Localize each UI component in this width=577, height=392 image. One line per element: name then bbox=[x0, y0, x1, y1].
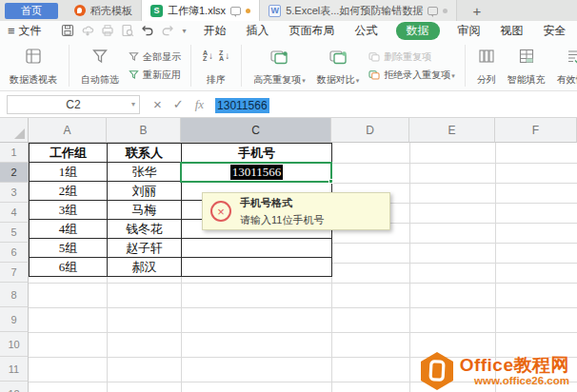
docer-template-tab[interactable]: 稻壳模板 bbox=[66, 0, 142, 21]
workbook-tab-label: 工作簿1.xlsx bbox=[168, 4, 226, 18]
highlight-duplicates-label: 高亮重复项▾ bbox=[253, 73, 306, 87]
error-icon: × bbox=[210, 201, 231, 222]
menu-bar: ≡ 文件 ▾ 开始 插入 页面布局 公式 数据 审阅 视图 安全 开发工具 特色… bbox=[0, 21, 577, 40]
docer-tab-label: 稻壳模板 bbox=[90, 4, 132, 18]
sort-button[interactable]: AZ↓ ZA↓ 排序 bbox=[197, 43, 235, 88]
document-tab[interactable]: W 5.Excel表...如何预防输错数据 bbox=[259, 0, 457, 21]
cell-B2[interactable]: 张华 bbox=[108, 163, 182, 182]
row-header-8[interactable]: 8 bbox=[0, 283, 29, 307]
new-tab-button[interactable]: + bbox=[472, 3, 481, 19]
file-menu[interactable]: 文件 bbox=[19, 23, 42, 39]
workbook-tab[interactable]: S 工作簿1.xlsx bbox=[142, 0, 259, 21]
pivot-table-button[interactable]: 数据透视表 bbox=[4, 43, 63, 88]
menu-item-insert[interactable]: 插入 bbox=[245, 22, 271, 40]
column-headers: A B C D E F bbox=[29, 118, 577, 143]
quick-access-caret-icon[interactable]: ▾ bbox=[183, 27, 187, 35]
menu-item-page-layout[interactable]: 页面布局 bbox=[288, 22, 337, 40]
undo-icon[interactable] bbox=[141, 24, 154, 37]
menu-item-data[interactable]: 数据 bbox=[396, 22, 440, 40]
sort-asc-icon[interactable]: AZ↓ bbox=[203, 50, 213, 62]
sort-desc-icon[interactable]: ZA↓ bbox=[219, 50, 229, 62]
watermark-url: www.office26.com bbox=[460, 375, 569, 386]
save-icon[interactable] bbox=[61, 24, 74, 37]
row-header-1[interactable]: 1 bbox=[0, 143, 29, 163]
cancel-entry-icon[interactable]: × bbox=[153, 96, 162, 112]
cell-A5[interactable]: 4组 bbox=[30, 220, 108, 239]
row-header-5[interactable]: 5 bbox=[0, 223, 29, 243]
hamburger-icon[interactable]: ≡ bbox=[8, 24, 15, 38]
cell-B3[interactable]: 刘丽 bbox=[108, 182, 182, 201]
column-header-F[interactable]: F bbox=[495, 118, 577, 143]
row-header-7[interactable]: 7 bbox=[0, 263, 29, 283]
delete-duplicates-button[interactable]: 删除重复项 bbox=[368, 50, 455, 64]
cell-C2[interactable]: 13011566 bbox=[182, 163, 332, 182]
validation-label: 有效性▾ bbox=[557, 73, 577, 87]
row-header-11[interactable]: 11 bbox=[0, 357, 29, 382]
smart-fill-button[interactable]: 智能填充 bbox=[502, 43, 551, 88]
text-to-columns-button[interactable]: 分列 bbox=[471, 43, 502, 88]
cell-B6[interactable]: 赵子轩 bbox=[108, 239, 182, 258]
row-header-9[interactable]: 9 bbox=[0, 307, 29, 332]
menu-item-formulas[interactable]: 公式 bbox=[353, 22, 380, 40]
select-all-corner[interactable] bbox=[0, 118, 29, 143]
row-header-6[interactable]: 6 bbox=[0, 243, 29, 263]
name-box[interactable]: C2 ▾ bbox=[7, 95, 140, 114]
reapply-label: 重新应用 bbox=[143, 69, 181, 82]
text-to-columns-label: 分列 bbox=[477, 73, 496, 87]
cell-A7[interactable]: 6组 bbox=[30, 258, 108, 277]
column-header-E[interactable]: E bbox=[409, 118, 495, 143]
row-header-3[interactable]: 3 bbox=[0, 183, 29, 203]
data-compare-button[interactable]: 数据对比▾ bbox=[311, 43, 366, 88]
row-header-12[interactable]: 12 bbox=[0, 382, 29, 392]
comment-icon[interactable] bbox=[428, 7, 438, 15]
cell-C6[interactable] bbox=[182, 239, 332, 258]
reject-duplicates-button[interactable]: 拒绝录入重复项▾ bbox=[368, 69, 455, 82]
highlight-duplicates-button[interactable]: 高亮重复项▾ bbox=[248, 43, 311, 88]
cell-A6[interactable]: 5组 bbox=[30, 239, 108, 258]
cell-B1[interactable]: 联系人 bbox=[108, 144, 182, 163]
filter-icon bbox=[129, 51, 139, 62]
row-header-10[interactable]: 10 bbox=[0, 332, 29, 357]
home-tab[interactable]: 首页 bbox=[5, 3, 58, 19]
cell-C1[interactable]: 手机号 bbox=[182, 144, 332, 163]
menu-item-review[interactable]: 审阅 bbox=[456, 22, 483, 40]
comment-icon[interactable] bbox=[230, 7, 241, 15]
cell-A1[interactable]: 工作组 bbox=[30, 144, 108, 163]
auto-filter-button[interactable]: 自动筛选 bbox=[75, 43, 125, 88]
column-header-D[interactable]: D bbox=[331, 118, 409, 143]
window-tab-bar: 首页 稻壳模板 S 工作簿1.xlsx W 5.Excel表...如何预防输错数… bbox=[0, 0, 577, 21]
redo-icon[interactable] bbox=[161, 24, 174, 37]
cell-B4[interactable]: 马梅 bbox=[108, 201, 182, 220]
formula-input[interactable]: 13011566 bbox=[215, 96, 269, 113]
formula-bar: C2 ▾ × ✓ fx 13011566 bbox=[0, 91, 577, 118]
export-icon[interactable] bbox=[81, 24, 94, 37]
column-header-B[interactable]: B bbox=[107, 118, 181, 143]
cell-A3[interactable]: 2组 bbox=[30, 182, 108, 201]
insert-function-icon[interactable]: fx bbox=[195, 97, 204, 112]
highlight-duplicates-icon bbox=[269, 45, 288, 68]
name-box-caret-icon[interactable]: ▾ bbox=[131, 100, 135, 108]
menu-item-security[interactable]: 安全 bbox=[542, 22, 568, 40]
cell-B5[interactable]: 钱冬花 bbox=[108, 220, 182, 239]
confirm-entry-icon[interactable]: ✓ bbox=[173, 97, 184, 111]
cell-A4[interactable]: 3组 bbox=[30, 201, 108, 220]
word-document-icon: W bbox=[269, 5, 281, 17]
name-box-value: C2 bbox=[66, 98, 80, 111]
menu-item-view[interactable]: 视图 bbox=[499, 22, 526, 40]
show-all-button[interactable]: 全部显示 bbox=[129, 50, 181, 64]
row-header-4[interactable]: 4 bbox=[0, 203, 29, 223]
cell-C7[interactable] bbox=[182, 258, 332, 277]
menu-item-start[interactable]: 开始 bbox=[202, 22, 229, 40]
cell-B7[interactable]: 郝汉 bbox=[108, 258, 182, 277]
divider bbox=[241, 45, 242, 87]
spreadsheet-icon: S bbox=[150, 5, 163, 17]
reapply-button[interactable]: 重新应用 bbox=[129, 69, 181, 82]
print-preview-icon[interactable] bbox=[121, 24, 134, 37]
print-icon[interactable] bbox=[101, 24, 114, 37]
column-header-C[interactable]: C bbox=[181, 118, 331, 143]
cell-A2[interactable]: 1组 bbox=[30, 163, 108, 182]
column-header-A[interactable]: A bbox=[29, 118, 107, 143]
gridline bbox=[29, 332, 577, 333]
row-header-2[interactable]: 2 bbox=[0, 163, 29, 183]
validation-button[interactable]: 有效性▾ bbox=[551, 43, 577, 88]
